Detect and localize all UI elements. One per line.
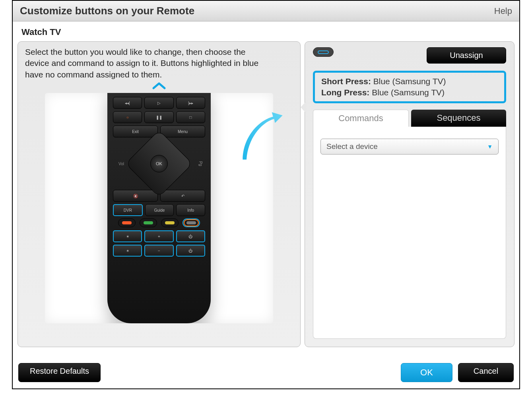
vol-label: Vol [115,162,127,166]
info-button[interactable]: Info [176,204,205,216]
pause-button[interactable]: ❚❚ [144,111,173,123]
light-a-button[interactable]: ✶ [113,230,142,242]
forward-button[interactable]: |▸▸ [176,97,205,109]
tab-sequences[interactable]: Sequences [411,110,506,127]
dvr-button[interactable]: DVR [113,204,143,216]
plus-button[interactable]: + [144,230,173,242]
device-select-label: Select a device [326,142,378,151]
remote-body: ◂◂| ▷ |▸▸ ○ ❚❚ □ Exit Menu Vol OK [107,93,211,323]
record-button[interactable]: ○ [113,111,142,123]
long-press-label: Long Press: [321,88,369,97]
stop-button[interactable]: □ [176,111,205,123]
tab-commands[interactable]: Commands [313,110,409,127]
titlebar: Customize buttons on your Remote Help [13,1,519,21]
socket-a-button[interactable]: ⏻ [176,230,205,242]
press-assignment-box: Short Press: Blue (Samsung TV) Long Pres… [313,71,506,103]
selected-button-indicator [313,47,334,57]
socket-b-button[interactable]: ⏻ [176,245,205,257]
assignment-panel: Unassign Short Press: Blue (Samsung TV) … [305,41,515,347]
unassign-button[interactable]: Unassign [427,47,506,64]
cancel-button[interactable]: Cancel [458,363,514,382]
activity-name: Watch TV [13,21,519,41]
ok-button[interactable]: OK [150,155,168,172]
scroll-up-icon[interactable] [25,82,293,91]
yellow-color-button[interactable] [161,218,179,227]
back-button[interactable]: ↶ [160,190,205,202]
short-press-value: Blue (Samsung TV) [373,77,446,86]
rewind-button[interactable]: ◂◂| [113,97,142,109]
device-select[interactable]: Select a device ▼ [320,139,499,155]
blue-color-button[interactable] [183,218,200,227]
help-link[interactable]: Help [494,6,512,16]
remote-panel: Select the button you would like to chan… [17,41,301,347]
mute-button[interactable]: 🔇 [113,190,158,202]
instructions-text: Select the button you would like to chan… [25,46,272,80]
short-press-label: Short Press: [321,77,371,86]
menu-button[interactable]: Menu [160,126,205,137]
dpad[interactable]: Vol OK Pg [113,140,205,187]
green-color-button[interactable] [140,218,157,227]
light-b-button[interactable]: ✶ [113,245,142,257]
footer: Restore Defaults OK Cancel [13,357,519,388]
guide-button[interactable]: Guide [145,204,174,216]
content: Select the button you would like to chan… [13,41,519,357]
ok-button-footer[interactable]: OK [401,363,452,382]
caret-down-icon: ▼ [487,143,493,150]
restore-defaults-button[interactable]: Restore Defaults [18,363,101,382]
remote-stage: ◂◂| ▷ |▸▸ ○ ❚❚ □ Exit Menu Vol OK [45,93,273,323]
minus-button[interactable]: − [144,245,173,257]
exit-button[interactable]: Exit [113,126,158,137]
pg-label: Pg [191,161,203,166]
play-button[interactable]: ▷ [144,97,173,109]
window-title: Customize buttons on your Remote [20,5,194,17]
red-color-button[interactable] [118,218,136,227]
tabs: Commands Sequences [313,110,506,127]
panel-notch-icon [305,101,312,113]
long-press-value: Blue (Samsung TV) [372,88,445,97]
tab-body: Select a device ▼ [313,127,506,339]
